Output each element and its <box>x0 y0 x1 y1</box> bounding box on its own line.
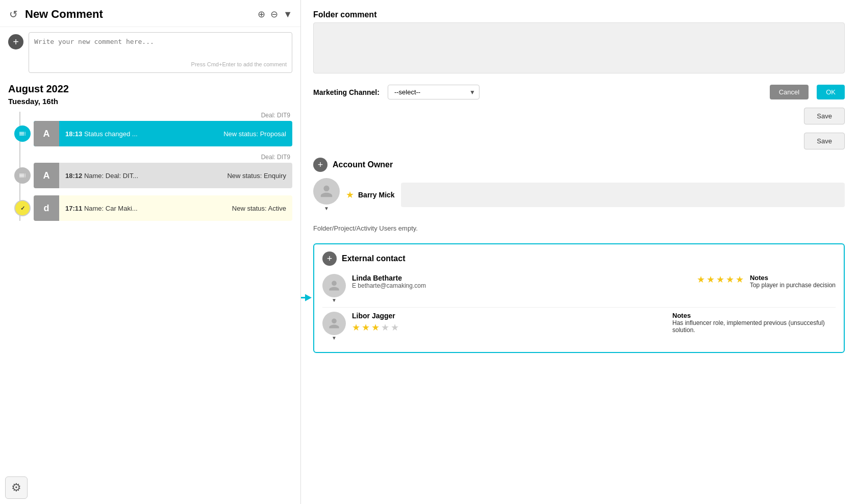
day-heading: Tuesday, 16th <box>8 97 292 106</box>
contact-stars-1: ★ ★ ★ ★ ★ <box>697 274 744 285</box>
external-contact-add-button[interactable]: + <box>322 251 337 266</box>
owner-info: ★ Barry Mick <box>346 189 395 200</box>
card-status-1: New status: Proposal <box>223 130 286 138</box>
owner-star-icon: ★ <box>346 189 354 200</box>
card-time-text-1: 18:13 Status changed ... <box>65 130 138 138</box>
timeline-section: August 2022 Tuesday, 16th Deal: DIT9 A 1… <box>0 78 300 504</box>
account-owner-row: ▼ ★ Barry Mick <box>313 176 845 213</box>
timeline-item-1[interactable]: A 18:13 Status changed ... New status: P… <box>34 121 292 146</box>
contact-email-1: E betharte@camaking.com <box>352 282 691 289</box>
arrow-graphic <box>301 290 312 307</box>
card-avatar-2: A <box>34 163 59 188</box>
contact-notes-2: Notes Has influencer role, implemented p… <box>672 312 836 334</box>
zoom-out-button[interactable]: ⊖ <box>270 9 278 20</box>
svg-marker-1 <box>305 294 312 301</box>
account-owner-title: Account Owner <box>333 160 393 169</box>
reset-button[interactable]: ↺ <box>8 7 19 21</box>
ok-button[interactable]: OK <box>817 85 845 99</box>
external-contact-section: + External contact ▼ Linda Betharte E be… <box>313 243 845 353</box>
zoom-in-button[interactable]: ⊕ <box>258 9 265 20</box>
activity-card-1: A 18:13 Status changed ... New status: P… <box>34 121 292 146</box>
contact-stars-2: ★ ★ ★ ★ ★ <box>352 322 666 333</box>
activity-card-2: A 18:12 Name: Deal: DIT... New status: E… <box>34 163 292 188</box>
card-content-3: 17:11 Name: Car Maki... New status: Acti… <box>59 200 292 216</box>
card-avatar-1: A <box>34 121 59 146</box>
save-button-1[interactable]: Save <box>804 108 845 124</box>
account-owner-add-button[interactable]: + <box>313 158 327 172</box>
contact-item-1: ▼ Linda Betharte E betharte@camaking.com… <box>322 270 836 308</box>
deal-label-2: Deal: DIT9 <box>34 154 292 161</box>
comment-input[interactable] <box>34 38 287 58</box>
marketing-channel-label: Marketing Channel: <box>313 88 380 96</box>
owner-avatar-container: ▼ <box>313 178 340 211</box>
contact-avatar-1 <box>322 274 346 297</box>
contact-name-2: Libor Jagger <box>352 312 666 320</box>
contact-info-2: Libor Jagger ★ ★ ★ ★ ★ <box>352 312 666 333</box>
card-time-text-3: 17:11 Name: Car Maki... <box>65 205 138 212</box>
timeline-item-2[interactable]: A 18:12 Name: Deal: DIT... New status: E… <box>34 163 292 188</box>
timeline-dot-2 <box>14 167 31 184</box>
marketing-channel-select[interactable]: --select-- <box>388 85 480 99</box>
activity-card-3: d 17:11 Name: Car Maki... New status: Ac… <box>34 195 292 221</box>
contact-avatar-2-dropdown[interactable]: ▼ <box>332 335 337 341</box>
cancel-button[interactable]: Cancel <box>770 85 809 99</box>
contact-avatar-2 <box>322 312 346 335</box>
card-content-2: 18:12 Name: Deal: DIT... New status: Enq… <box>59 168 292 184</box>
account-owner-section: + Account Owner ▼ ★ Barry Mick <box>313 158 845 213</box>
card-avatar-3: d <box>34 195 59 221</box>
add-comment-button[interactable]: + <box>8 34 23 49</box>
contact-notes-1: Notes Top player in purchase decision <box>750 274 836 289</box>
month-heading: August 2022 <box>8 83 292 95</box>
right-panel: Folder comment Marketing Channel: --sele… <box>301 0 857 504</box>
contact-name-1: Linda Betharte <box>352 274 691 282</box>
timeline-container: Deal: DIT9 A 18:13 Status changed ... Ne… <box>8 112 292 221</box>
contact-avatar-1-container: ▼ <box>322 274 346 303</box>
folder-comment-section: Folder comment <box>313 10 845 73</box>
left-panel: ↺ New Comment ⊕ ⊖ ▼ + Press Cmd+Enter to… <box>0 0 301 504</box>
folder-comment-box[interactable] <box>313 22 845 73</box>
comment-area: + Press Cmd+Enter to add the comment <box>0 27 300 78</box>
page-title: New Comment <box>25 8 251 21</box>
deal-label-1: Deal: DIT9 <box>34 112 292 119</box>
owner-input-box[interactable] <box>401 183 845 207</box>
timeline-dot-3: ✓ <box>14 200 31 216</box>
contact-avatar-1-dropdown[interactable]: ▼ <box>332 297 337 303</box>
filter-button[interactable]: ▼ <box>283 9 292 20</box>
save-row-1: Save <box>313 108 845 124</box>
card-time-text-2: 18:12 Name: Deal: DIT... <box>65 172 138 180</box>
card-status-2: New status: Enquiry <box>227 172 286 180</box>
contact-info-1: Linda Betharte E betharte@camaking.com <box>352 274 691 289</box>
comment-textarea-box: Press Cmd+Enter to add the comment <box>29 32 292 73</box>
marketing-channel-row: Marketing Channel: --select-- ▼ Cancel O… <box>313 85 845 99</box>
timeline-item-3[interactable]: ✓ d 17:11 Name: Car Maki... New status: … <box>34 195 292 221</box>
owner-name: Barry Mick <box>358 191 395 199</box>
marketing-select-wrapper: --select-- ▼ <box>388 85 480 99</box>
comment-hint: Press Cmd+Enter to add the comment <box>34 61 287 67</box>
card-status-3: New status: Active <box>232 205 286 212</box>
card-content-1: 18:13 Status changed ... New status: Pro… <box>59 126 292 142</box>
owner-avatar <box>313 178 340 205</box>
left-header: ↺ New Comment ⊕ ⊖ ▼ <box>0 0 300 27</box>
contact-item-2: ▼ Libor Jagger ★ ★ ★ ★ ★ Notes Has influ… <box>322 308 836 345</box>
gear-button[interactable]: ⚙ <box>5 476 28 499</box>
external-contact-header: + External contact <box>322 251 836 266</box>
save-button-2[interactable]: Save <box>804 133 845 149</box>
folder-comment-label: Folder comment <box>313 10 845 19</box>
contact-avatar-2-container: ▼ <box>322 312 346 341</box>
timeline-dot-1 <box>14 125 31 142</box>
owner-avatar-dropdown[interactable]: ▼ <box>324 206 329 211</box>
header-icons: ⊕ ⊖ ▼ <box>258 9 292 20</box>
folder-empty-message: Folder/Project/Activity Users empty. <box>313 221 845 235</box>
external-contact-title: External contact <box>342 254 405 263</box>
account-owner-header: + Account Owner <box>313 158 845 172</box>
save-row-2: Save <box>313 133 845 149</box>
